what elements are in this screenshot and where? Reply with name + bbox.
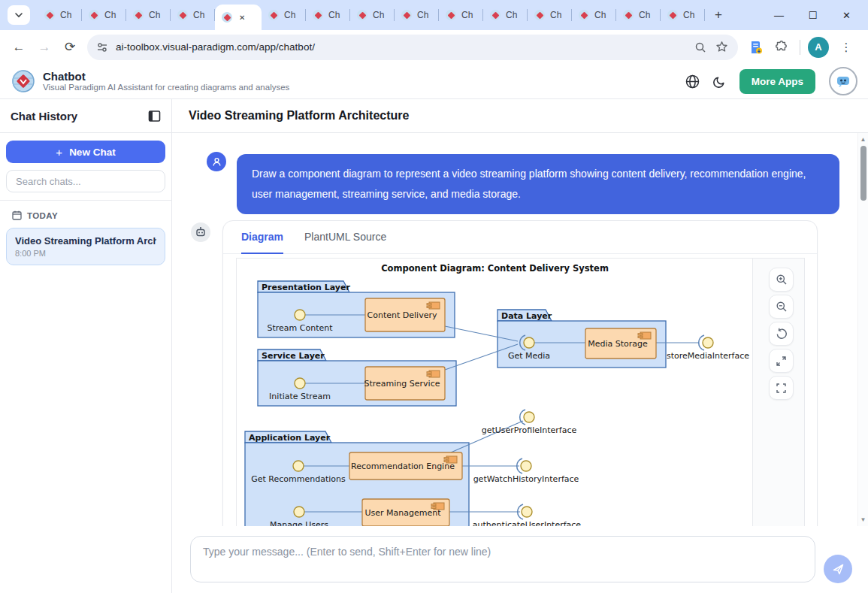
dark-mode-moon-icon[interactable]: [713, 75, 726, 88]
browser-tab[interactable]: Ch: [439, 0, 483, 30]
interface-ball: [293, 461, 304, 471]
expand-button[interactable]: [769, 349, 794, 373]
chat-messages-area: Draw a component diagram to represent a …: [172, 133, 868, 526]
zoom-page-icon[interactable]: [690, 37, 711, 58]
component-name: User Management: [364, 508, 441, 518]
window-close-button[interactable]: ✕: [830, 0, 863, 30]
tab-label: Ch: [328, 10, 340, 20]
browser-tab[interactable]: Ch: [126, 0, 171, 30]
forward-button[interactable]: →: [32, 35, 57, 60]
page-title: Video Streaming Platform Architecture: [189, 109, 409, 123]
zoom-out-button[interactable]: [769, 295, 794, 319]
url-text[interactable]: ai-toolbox.visual-paradigm.com/app/chatb…: [116, 41, 690, 53]
interface-ball: [521, 461, 531, 471]
message-input[interactable]: [190, 536, 815, 582]
bookmark-star-icon[interactable]: [711, 37, 732, 58]
component-icon: [444, 458, 449, 459]
component-name: Streaming Service: [364, 379, 440, 389]
tab-label: Ch: [506, 10, 517, 20]
diagram-title: Component Diagram: Content Delivery Syst…: [381, 263, 609, 274]
component-icon: [427, 372, 431, 374]
chat-scrollbar[interactable]: ▲ ▼: [857, 133, 868, 526]
chat-history-sidebar: Chat History + New Chat TODAY Video Stre…: [0, 99, 172, 593]
component-name: Recommendation Engine: [351, 461, 455, 471]
browser-tab[interactable]: Ch: [306, 0, 350, 30]
browser-tab[interactable]: Ch: [616, 0, 661, 30]
tab-close-icon[interactable]: ✕: [239, 14, 245, 22]
component-name: Media Storage: [588, 339, 648, 349]
scrollbar-thumb[interactable]: [860, 146, 866, 201]
search-chats-input[interactable]: [6, 170, 165, 192]
interface-ball: [703, 337, 713, 348]
url-bar[interactable]: ai-toolbox.visual-paradigm.com/app/chatb…: [87, 35, 738, 60]
today-section-label: TODAY: [27, 211, 58, 220]
language-globe-icon[interactable]: [685, 74, 700, 89]
browser-tab[interactable]: Ch: [350, 0, 395, 30]
tab-label: Ch: [550, 10, 561, 20]
browser-tab[interactable]: Ch: [528, 0, 572, 30]
reset-view-button[interactable]: [769, 322, 794, 346]
sidebar-title: Chat History: [11, 110, 77, 123]
browser-tab[interactable]: Ch: [82, 0, 126, 30]
browser-tab[interactable]: Ch: [38, 0, 82, 30]
interface-ball: [295, 378, 305, 389]
browser-profile-avatar[interactable]: A: [808, 37, 829, 58]
reload-button[interactable]: ⟳: [57, 35, 83, 60]
browser-tab[interactable]: Ch: [395, 0, 439, 30]
scroll-up-arrow[interactable]: ▲: [858, 136, 868, 143]
reading-list-icon[interactable]: [746, 37, 767, 58]
browser-menu-button[interactable]: ⋮: [833, 35, 859, 60]
assistant-response-card: Diagram PlantUML Source Component Diagra…: [222, 220, 818, 526]
collapse-sidebar-icon[interactable]: [148, 110, 161, 123]
tab-label: Ch: [193, 10, 204, 20]
scroll-down-arrow[interactable]: ▼: [858, 516, 868, 523]
interface-ball: [522, 507, 532, 517]
new-chat-button[interactable]: + New Chat: [6, 141, 165, 163]
extensions-icon[interactable]: [771, 37, 792, 58]
tab-diagram[interactable]: Diagram: [241, 221, 283, 254]
plus-icon: +: [56, 146, 62, 159]
window-maximize-button[interactable]: ☐: [796, 0, 830, 30]
visual-paradigm-favicon: [313, 10, 323, 20]
window-minimize-button[interactable]: —: [762, 0, 796, 30]
result-tabs: Diagram PlantUML Source: [223, 221, 817, 254]
more-apps-button[interactable]: More Apps: [739, 69, 815, 94]
site-settings-icon[interactable]: [96, 41, 108, 53]
tab-label: Ch: [639, 10, 650, 20]
tab-search-button[interactable]: [8, 5, 30, 25]
package-name: Data Layer: [501, 311, 552, 321]
chat-history-item[interactable]: Video Streaming Platform Archi... 8:00 P…: [6, 228, 165, 265]
browser-tab[interactable]: Ch: [483, 0, 528, 30]
tab-label: Ch: [683, 10, 694, 20]
calendar-icon: [12, 210, 22, 220]
browser-tab[interactable]: Ch: [572, 0, 616, 30]
fullscreen-button[interactable]: [769, 376, 794, 400]
browser-tab[interactable]: Ch: [171, 0, 215, 30]
person-icon: [211, 156, 222, 168]
component-icon: [427, 306, 431, 307]
interface-name: Get Recommendations: [251, 474, 346, 484]
send-button[interactable]: [824, 555, 852, 583]
component-icon: [427, 304, 431, 305]
new-tab-button[interactable]: +: [708, 5, 729, 26]
package-name: Presentation Layer: [262, 283, 350, 292]
browser-tab[interactable]: Ch: [661, 0, 705, 30]
robot-icon: [195, 226, 207, 238]
chatbot-assistant-icon[interactable]: [829, 67, 857, 95]
interface-name: getWatchHistoryInterface: [473, 474, 579, 484]
visual-paradigm-logo: [11, 68, 36, 94]
tab-label: Ch: [60, 10, 71, 20]
visual-paradigm-favicon: [268, 10, 279, 20]
user-avatar: [207, 152, 226, 171]
diagram-viewer[interactable]: Component Diagram: Content Delivery Syst…: [236, 258, 805, 526]
zoom-in-button[interactable]: [769, 268, 794, 292]
visual-paradigm-favicon: [579, 10, 589, 20]
browser-tab-active[interactable]: ✕: [215, 5, 262, 30]
diagram-canvas[interactable]: Component Diagram: Content Delivery Syst…: [237, 259, 753, 526]
browser-tab[interactable]: Ch: [262, 0, 306, 30]
back-button[interactable]: ←: [6, 35, 32, 60]
interface-ball: [295, 310, 305, 320]
tab-plantuml-source[interactable]: PlantUML Source: [304, 221, 386, 254]
user-message-bubble: Draw a component diagram to represent a …: [237, 154, 839, 214]
component-name: Content Delivery: [367, 310, 437, 320]
